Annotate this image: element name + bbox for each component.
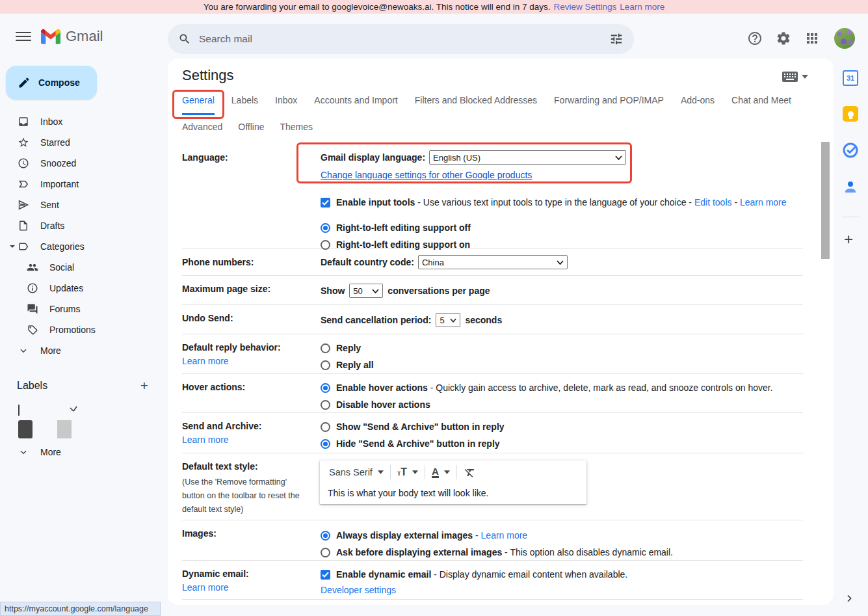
review-settings-link[interactable]: Review Settings bbox=[553, 2, 616, 12]
label-swatch-dark[interactable] bbox=[18, 420, 33, 438]
text-color-button[interactable]: A bbox=[432, 466, 439, 478]
tab-general[interactable]: General bbox=[182, 95, 215, 115]
sidebar-item-promotions[interactable]: Promotions bbox=[8, 319, 159, 340]
add-label-icon[interactable]: + bbox=[140, 379, 148, 392]
sidebar: Compose Inbox Starred Snoozed Important … bbox=[0, 59, 166, 616]
banner-learn-more-link[interactable]: Learn more bbox=[620, 2, 664, 12]
display-language-select[interactable]: English (US) bbox=[429, 150, 626, 165]
sidebar-item-categories[interactable]: Categories bbox=[8, 236, 159, 257]
keyboard-icon bbox=[782, 72, 798, 82]
size-dropdown-arrow-icon[interactable] bbox=[412, 470, 418, 474]
images-learn-more-link[interactable]: Learn more bbox=[481, 530, 528, 541]
file-icon bbox=[17, 219, 30, 232]
font-size-button[interactable]: тT bbox=[397, 466, 407, 478]
sidebar-item-starred[interactable]: Starred bbox=[8, 132, 159, 153]
tab-offline[interactable]: Offline bbox=[238, 122, 264, 140]
sidebar-item-inbox[interactable]: Inbox bbox=[8, 111, 159, 132]
sidebar-item-social[interactable]: Social bbox=[8, 257, 159, 278]
page-size-row-label: Maximum page size: bbox=[182, 282, 299, 295]
keep-icon[interactable] bbox=[843, 106, 858, 122]
text-style-preview: This is what your body text will look li… bbox=[320, 484, 586, 498]
star-icon bbox=[17, 136, 30, 149]
user-avatar[interactable] bbox=[834, 28, 855, 49]
gmail-m-icon bbox=[41, 29, 60, 44]
enable-dynamic-email-checkbox[interactable] bbox=[321, 570, 330, 580]
input-tools-learn-more-link[interactable]: Learn more bbox=[740, 197, 787, 208]
reply-all-radio[interactable] bbox=[321, 360, 330, 370]
calendar-icon[interactable]: 31 bbox=[843, 70, 858, 86]
tab-filters[interactable]: Filters and Blocked Addresses bbox=[415, 95, 537, 115]
apps-grid-icon[interactable] bbox=[804, 31, 820, 46]
search-filter-icon[interactable] bbox=[609, 32, 624, 46]
tab-chat-and-meet[interactable]: Chat and Meet bbox=[731, 95, 791, 115]
enable-input-tools-checkbox[interactable] bbox=[321, 198, 330, 208]
sidebar-item-more[interactable]: More bbox=[8, 340, 159, 361]
sidebar-item-drafts[interactable]: Drafts bbox=[8, 215, 159, 236]
select-chevron-icon bbox=[450, 318, 456, 323]
dynamic-email-row-label: Dynamic email: bbox=[182, 569, 249, 579]
hover-row-label: Hover actions: bbox=[182, 381, 299, 394]
send-archive-learn-more-link[interactable]: Learn more bbox=[182, 433, 299, 446]
show-send-archive-radio[interactable] bbox=[321, 422, 330, 432]
developer-settings-link[interactable]: Developer settings bbox=[321, 585, 396, 595]
tasks-icon[interactable] bbox=[843, 142, 858, 158]
reply-learn-more-link[interactable]: Learn more bbox=[182, 355, 299, 368]
dynamic-learn-more-link[interactable]: Learn more bbox=[182, 581, 299, 594]
font-dropdown-arrow-icon[interactable] bbox=[378, 470, 384, 474]
sidebar-item-snoozed[interactable]: Snoozed bbox=[8, 153, 159, 174]
vertical-scrollbar[interactable] bbox=[821, 142, 830, 259]
gmail-logo: Gmail bbox=[41, 28, 103, 45]
sidebar-labels-more[interactable]: More bbox=[8, 442, 159, 462]
chevron-down-icon bbox=[17, 446, 30, 459]
enable-hover-radio[interactable] bbox=[321, 383, 330, 393]
undo-send-row-label: Undo Send: bbox=[182, 312, 299, 325]
row-phone-numbers: Phone numbers: Default country code: Chi… bbox=[182, 249, 803, 276]
sidebar-item-forums[interactable]: Forums bbox=[8, 299, 159, 319]
settings-tabs: General Labels Inbox Accounts and Import… bbox=[182, 95, 791, 115]
rtl-on-radio[interactable] bbox=[321, 240, 330, 250]
ask-before-images-radio[interactable] bbox=[321, 548, 330, 557]
show-side-panel-icon[interactable] bbox=[844, 593, 854, 604]
select-chevron-icon bbox=[615, 155, 622, 160]
tab-inbox[interactable]: Inbox bbox=[275, 95, 297, 115]
sidebar-item-sent[interactable]: Sent bbox=[8, 194, 159, 215]
country-code-select[interactable]: China bbox=[418, 255, 568, 269]
rtl-off-radio[interactable] bbox=[321, 223, 330, 233]
tab-themes[interactable]: Themes bbox=[280, 122, 313, 140]
country-code-label: Default country code: bbox=[321, 257, 414, 267]
sidebar-item-updates[interactable]: Updates bbox=[8, 278, 159, 299]
reply-radio[interactable] bbox=[321, 343, 330, 353]
sidebar-item-important[interactable]: Important bbox=[8, 174, 159, 194]
chat-icon bbox=[26, 302, 39, 315]
tab-labels[interactable]: Labels bbox=[231, 95, 258, 115]
page-size-select[interactable]: 50 bbox=[349, 284, 383, 298]
expand-arrow-icon[interactable] bbox=[9, 243, 16, 250]
tab-accounts-and-import[interactable]: Accounts and Import bbox=[314, 95, 397, 115]
compose-button[interactable]: Compose bbox=[6, 66, 97, 100]
search-input[interactable] bbox=[199, 33, 609, 45]
input-tools-toggle[interactable] bbox=[782, 72, 808, 82]
dropdown-arrow-icon bbox=[802, 75, 808, 79]
tab-add-ons[interactable]: Add-ons bbox=[681, 95, 715, 115]
main-menu-icon[interactable] bbox=[16, 29, 31, 44]
contacts-icon[interactable] bbox=[843, 179, 858, 194]
tab-forwarding[interactable]: Forwarding and POP/IMAP bbox=[554, 95, 664, 115]
color-dropdown-arrow-icon[interactable] bbox=[444, 470, 450, 474]
label-swatch-light[interactable] bbox=[57, 420, 72, 438]
settings-gear-icon[interactable] bbox=[776, 31, 791, 46]
change-language-link[interactable]: Change language settings for other Googl… bbox=[321, 170, 532, 180]
cancellation-period-select[interactable]: 5 bbox=[436, 313, 460, 327]
tab-advanced[interactable]: Advanced bbox=[182, 122, 222, 140]
search-bar[interactable] bbox=[168, 24, 634, 54]
hide-send-archive-radio[interactable] bbox=[321, 439, 330, 449]
help-icon[interactable] bbox=[747, 31, 763, 46]
edit-tools-link[interactable]: Edit tools bbox=[694, 197, 732, 208]
always-display-images-radio[interactable] bbox=[321, 531, 330, 541]
labels-heading: Labels bbox=[17, 380, 47, 392]
header: Gmail bbox=[0, 14, 868, 59]
font-family-select[interactable]: Sans Serif bbox=[329, 467, 373, 477]
remove-formatting-icon[interactable] bbox=[464, 466, 476, 479]
get-add-ons-icon[interactable]: + bbox=[844, 232, 853, 247]
disable-hover-radio[interactable] bbox=[321, 400, 330, 410]
search-icon[interactable] bbox=[178, 33, 191, 46]
